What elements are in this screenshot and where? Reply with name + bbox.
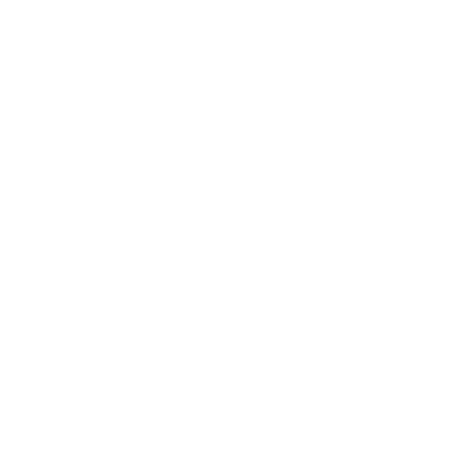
bottleneck-chart [0,0,476,476]
chart-container: { "watermark": "TheBottleneck.com", "cha… [0,0,476,476]
